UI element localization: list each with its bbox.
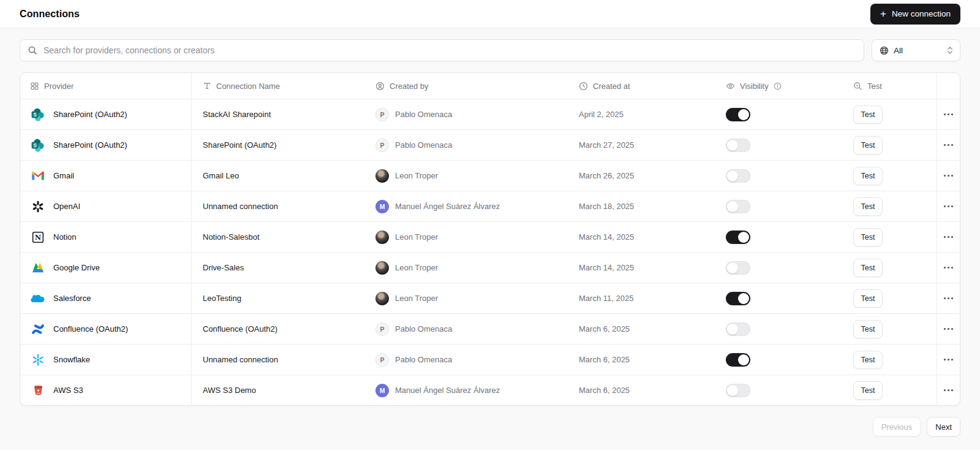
connections-table: Provider Connection Name Created by (20, 72, 960, 406)
table-row: S SharePoint (OAuth2) SharePoint (OAuth2… (20, 129, 960, 160)
column-label: Provider (44, 82, 74, 91)
provider-icon (30, 168, 46, 184)
svg-text:S: S (33, 142, 37, 148)
column-header-connection-name: Connection Name (192, 73, 364, 99)
creator-avatar (375, 292, 389, 305)
test-button[interactable]: Test (853, 105, 883, 124)
visibility-toggle[interactable] (726, 322, 750, 336)
creator-avatar (375, 261, 389, 275)
creator-name: Leon Troper (395, 232, 438, 242)
test-button[interactable]: Test (853, 320, 883, 338)
test-button[interactable]: Test (853, 136, 883, 154)
created-at: March 14, 2025 (579, 263, 634, 272)
row-menu-button[interactable] (939, 386, 958, 395)
connection-name: Gmail Leo (203, 171, 239, 180)
creator-avatar (375, 231, 389, 244)
visibility-toggle[interactable] (726, 261, 750, 275)
test-button[interactable]: Test (853, 381, 883, 400)
connection-name: Confluence (OAuth2) (203, 324, 277, 334)
creator-name: Manuel Ángel Suárez Álvarez (395, 202, 500, 211)
visibility-toggle[interactable] (726, 200, 750, 213)
pagination: Previous Next (20, 417, 960, 437)
creator-name: Leon Troper (395, 171, 438, 180)
created-at: March 11, 2025 (579, 294, 633, 303)
created-at: March 6, 2025 (579, 324, 630, 334)
row-menu-button[interactable] (939, 324, 958, 334)
chevron-up-down-icon (946, 46, 954, 55)
creator-avatar (375, 169, 389, 183)
visibility-toggle[interactable] (726, 384, 750, 397)
created-at: March 27, 2025 (579, 140, 634, 150)
provider-icon: N (30, 229, 46, 245)
row-menu-button[interactable] (939, 202, 958, 211)
creator-name: Pablo Omenaca (395, 355, 452, 364)
row-menu-button[interactable] (939, 263, 958, 272)
created-at: March 18, 2025 (579, 202, 634, 211)
column-header-test: Test (842, 73, 937, 99)
visibility-toggle[interactable] (726, 139, 750, 152)
creator-name: Leon Troper (395, 294, 438, 303)
svg-text:S: S (33, 112, 37, 118)
visibility-toggle[interactable] (726, 108, 750, 121)
new-connection-label: New connection (892, 9, 951, 18)
table-body: S SharePoint (OAuth2) StackAI Sharepoint… (20, 99, 960, 405)
previous-button[interactable]: Previous (873, 417, 921, 437)
visibility-toggle[interactable] (726, 169, 750, 183)
provider-icon (30, 352, 46, 368)
creator-avatar: P (375, 139, 389, 152)
search-check-icon (853, 82, 862, 91)
test-button[interactable]: Test (853, 289, 883, 308)
provider-name: Notion (53, 232, 77, 242)
provider-name: SharePoint (OAuth2) (53, 110, 127, 119)
info-icon[interactable] (774, 82, 782, 90)
column-label: Created by (390, 82, 429, 91)
test-button[interactable]: Test (853, 351, 883, 369)
row-menu-button[interactable] (939, 171, 958, 180)
toolbar: All (20, 39, 960, 61)
provider-name: OpenAI (53, 202, 80, 211)
row-menu-button[interactable] (939, 232, 958, 242)
test-button[interactable]: Test (853, 259, 883, 277)
provider-icon: S (30, 137, 46, 153)
provider-icon (30, 199, 46, 215)
row-menu-button[interactable] (939, 355, 958, 364)
column-label: Connection Name (216, 82, 280, 91)
provider-name: Google Drive (53, 263, 100, 272)
created-at: April 2, 2025 (579, 110, 624, 119)
connection-name: Unnamed connection (203, 202, 278, 211)
row-menu-button[interactable] (939, 140, 958, 150)
provider-name: Salesforce (53, 294, 91, 303)
visibility-toggle[interactable] (726, 292, 750, 305)
visibility-toggle[interactable] (726, 231, 750, 244)
grid-icon (30, 82, 39, 91)
visibility-toggle[interactable] (726, 353, 750, 367)
test-button[interactable]: Test (853, 167, 883, 185)
row-menu-button[interactable] (939, 294, 958, 303)
created-at: March 6, 2025 (579, 355, 630, 364)
column-label: Visibility (740, 82, 769, 91)
test-button[interactable]: Test (853, 228, 883, 246)
connection-name: Notion-Salesbot (203, 232, 260, 242)
provider-icon (30, 260, 46, 276)
connection-name: Drive-Sales (203, 263, 244, 272)
creator-avatar: M (375, 384, 389, 397)
row-menu-button[interactable] (939, 110, 958, 119)
next-button[interactable]: Next (927, 417, 960, 437)
eye-icon (726, 82, 735, 91)
user-circle-icon (375, 82, 385, 91)
creator-avatar: P (375, 108, 389, 121)
provider-filter-select[interactable]: All (872, 39, 960, 61)
plus-icon: + (880, 9, 886, 19)
column-header-created-by: Created by (364, 73, 568, 99)
provider-name: Confluence (OAuth2) (53, 324, 128, 334)
creator-name: Pablo Omenaca (395, 140, 452, 150)
connection-name: SharePoint (OAuth2) (203, 140, 277, 150)
search-input[interactable] (20, 39, 864, 61)
filter-value: All (894, 46, 903, 55)
provider-icon (30, 321, 46, 337)
new-connection-button[interactable]: + New connection (870, 4, 960, 25)
table-row: AWS S3 AWS S3 Demo M Manuel Ángel Suárez… (20, 375, 960, 405)
column-header-created-at: Created at (568, 73, 715, 99)
creator-avatar: P (375, 353, 389, 367)
test-button[interactable]: Test (853, 197, 883, 216)
